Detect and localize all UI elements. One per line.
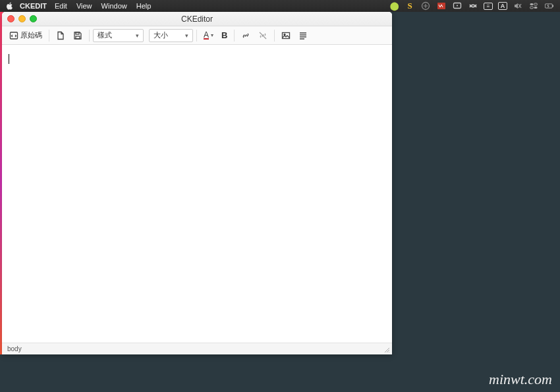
size-select[interactable]: 大小 ▾ <box>149 29 193 42</box>
volume-muted-icon[interactable] <box>513 1 523 11</box>
window-title: CKEditor <box>2 14 392 24</box>
svg-rect-7 <box>534 3 538 5</box>
editor-toolbar: 原始碼 樣式 ▾ 大小 ▾ A ▾ B <box>2 26 392 45</box>
svg-rect-13 <box>76 32 79 34</box>
menu-edit[interactable]: Edit <box>55 2 67 10</box>
svg-rect-9 <box>534 7 538 9</box>
tray-icon-1[interactable] <box>420 1 431 11</box>
toolbar-separator <box>89 30 90 42</box>
system-tray: ⬤ S ≡ A <box>389 1 555 11</box>
text-cursor <box>9 54 9 64</box>
toolbar-separator <box>49 30 49 42</box>
battery-charging-icon[interactable] <box>544 1 555 11</box>
svg-rect-16 <box>283 32 290 38</box>
font-color-glyph: A <box>204 32 209 40</box>
svg-rect-8 <box>530 7 534 9</box>
unlink-button[interactable] <box>255 28 271 43</box>
toolbar-separator <box>274 30 275 42</box>
source-button[interactable]: 原始碼 <box>6 28 45 43</box>
toolbar-separator <box>196 30 197 42</box>
source-label: 原始碼 <box>20 30 42 40</box>
apple-menu-icon[interactable] <box>5 2 13 10</box>
status-bar: body <box>2 343 392 354</box>
tray-icon-4[interactable] <box>468 1 478 11</box>
tray-icon-5[interactable]: ≡ <box>484 3 493 10</box>
font-color-button[interactable]: A ▾ <box>200 28 217 43</box>
justify-button[interactable] <box>295 28 311 43</box>
skype-icon[interactable]: S <box>405 1 415 11</box>
ckeditor-window: CKEditor 原始碼 樣式 ▾ 大小 ▾ A ▾ B <box>2 12 392 354</box>
size-select-label: 大小 <box>154 30 168 40</box>
link-button[interactable] <box>238 28 254 43</box>
style-select[interactable]: 樣式 ▾ <box>93 29 144 42</box>
menu-window[interactable]: Window <box>101 2 127 10</box>
bold-button[interactable]: B <box>218 28 231 43</box>
watermark-text: minwt.com <box>489 371 552 388</box>
bold-glyph: B <box>221 30 227 40</box>
input-method-icon[interactable]: A <box>498 2 507 10</box>
svg-rect-14 <box>76 36 80 39</box>
tray-icon-2[interactable] <box>436 1 447 11</box>
screen-icon[interactable] <box>452 1 462 11</box>
save-button[interactable] <box>70 28 86 43</box>
macos-menubar: CKEDIT Edit View Window Help ⬤ S ≡ A <box>0 0 560 12</box>
app-name[interactable]: CKEDIT <box>20 2 47 10</box>
resize-handle[interactable] <box>384 347 390 353</box>
titlebar[interactable]: CKEditor <box>2 12 392 26</box>
svg-rect-11 <box>553 5 553 7</box>
style-select-label: 樣式 <box>98 30 112 40</box>
control-center-icon[interactable] <box>528 1 539 11</box>
chevron-down-icon: ▾ <box>136 32 139 39</box>
editor-content-area[interactable] <box>2 45 392 343</box>
svg-rect-6 <box>530 3 534 5</box>
menu-help[interactable]: Help <box>136 2 152 10</box>
element-path[interactable]: body <box>7 345 22 352</box>
menu-view[interactable]: View <box>76 2 92 10</box>
toolbar-separator <box>234 30 235 42</box>
new-doc-button[interactable] <box>53 28 69 43</box>
image-button[interactable] <box>278 28 294 43</box>
chevron-down-icon: ▾ <box>185 32 188 39</box>
svg-point-3 <box>457 5 458 7</box>
chevron-down-icon: ▾ <box>211 32 213 38</box>
svg-rect-1 <box>437 3 445 9</box>
line-app-icon[interactable]: ⬤ <box>389 1 399 11</box>
